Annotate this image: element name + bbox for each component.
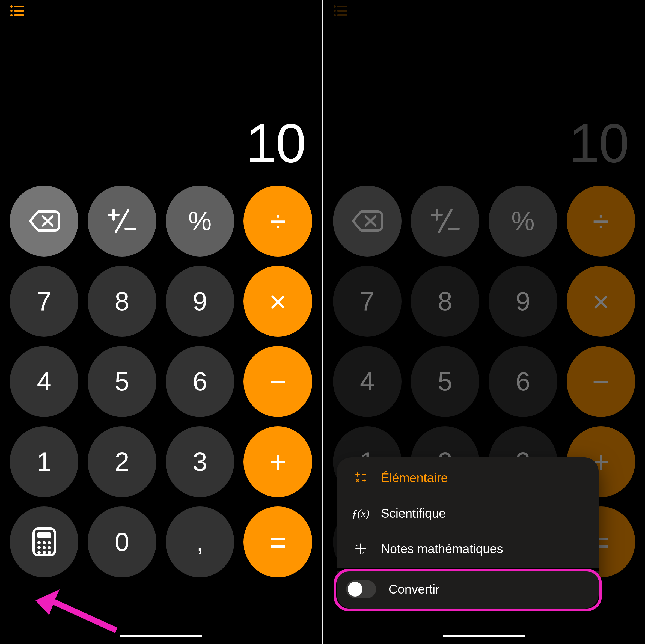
- svg-point-52: [364, 479, 365, 480]
- minus-button[interactable]: −: [243, 346, 312, 417]
- decimal-button[interactable]: ,: [166, 507, 234, 577]
- plus-minus-icon: [107, 206, 137, 236]
- keypad: % ÷ 7 8 9 × 4 5 6 − 1 2 3 +: [0, 186, 322, 588]
- digit-7-button[interactable]: 7: [10, 266, 78, 337]
- digit-6-button[interactable]: 6: [166, 346, 234, 417]
- calculator-icon: [32, 527, 56, 557]
- plus-minus-icon: [430, 206, 460, 236]
- backspace-icon: [351, 209, 384, 233]
- divide-button[interactable]: ÷: [567, 186, 635, 257]
- svg-point-15: [43, 541, 46, 545]
- multiply-button[interactable]: ×: [567, 266, 635, 337]
- percent-button[interactable]: %: [166, 186, 234, 257]
- digit-8-button[interactable]: 8: [411, 266, 479, 337]
- svg-point-2: [10, 10, 13, 12]
- digit-2-button[interactable]: 2: [87, 426, 156, 497]
- svg-point-18: [43, 546, 46, 549]
- plus-minus-button[interactable]: [87, 186, 156, 257]
- menu-item-mathnotes[interactable]: y x Notes mathématiques: [337, 531, 599, 567]
- display-value: 10: [569, 112, 629, 175]
- digit-7-button[interactable]: 7: [333, 266, 402, 337]
- backspace-button[interactable]: [333, 186, 402, 257]
- svg-point-0: [10, 5, 13, 8]
- history-list-icon[interactable]: [333, 5, 348, 17]
- mathnotes-mode-icon: y x: [353, 542, 369, 555]
- digit-5-button[interactable]: 5: [411, 346, 479, 417]
- digit-4-button[interactable]: 4: [10, 346, 78, 417]
- svg-point-14: [37, 541, 41, 545]
- digit-8-button[interactable]: 8: [87, 266, 156, 337]
- svg-point-26: [334, 10, 336, 12]
- scientific-mode-icon: ƒ(x): [353, 507, 369, 520]
- digit-1-button[interactable]: 1: [10, 426, 78, 497]
- svg-point-24: [334, 5, 336, 8]
- svg-point-21: [43, 551, 46, 554]
- menu-item-basic[interactable]: Élémentaire: [337, 460, 599, 496]
- multiply-button[interactable]: ×: [243, 266, 312, 337]
- menu-divider: [337, 568, 599, 571]
- calculator-screen-basic: 10 % ÷ 7 8: [0, 0, 322, 644]
- svg-point-17: [37, 546, 41, 549]
- calculator-screen-mode-menu: 10 % ÷ 7 8 9: [323, 0, 645, 644]
- divide-button[interactable]: ÷: [243, 186, 312, 257]
- digit-5-button[interactable]: 5: [87, 346, 156, 417]
- display-value: 10: [246, 112, 305, 175]
- plus-minus-button[interactable]: [411, 186, 479, 257]
- mode-switch-button[interactable]: [10, 507, 78, 577]
- digit-3-button[interactable]: 3: [166, 426, 234, 497]
- menu-item-convert[interactable]: Convertir: [337, 573, 599, 606]
- svg-point-22: [48, 551, 51, 554]
- digit-9-button[interactable]: 9: [166, 266, 234, 337]
- digit-0-button[interactable]: 0: [87, 507, 156, 577]
- digit-6-button[interactable]: 6: [489, 346, 557, 417]
- backspace-button[interactable]: [10, 186, 78, 257]
- svg-point-54: [364, 481, 365, 482]
- menu-item-label: Convertir: [389, 582, 440, 597]
- digit-9-button[interactable]: 9: [489, 266, 557, 337]
- home-indicator[interactable]: [443, 635, 525, 637]
- basic-mode-icon: [353, 471, 369, 485]
- menu-item-label: Scientifique: [381, 506, 446, 521]
- equals-button[interactable]: =: [243, 507, 312, 577]
- svg-point-16: [48, 541, 51, 545]
- backspace-icon: [28, 209, 61, 233]
- percent-button[interactable]: %: [489, 186, 557, 257]
- digit-4-button[interactable]: 4: [333, 346, 402, 417]
- calculator-display: 10: [323, 22, 645, 186]
- svg-rect-13: [37, 533, 51, 538]
- menu-item-label: Notes mathématiques: [381, 542, 503, 556]
- svg-point-28: [334, 14, 336, 16]
- minus-button[interactable]: −: [567, 346, 635, 417]
- plus-button[interactable]: +: [243, 426, 312, 497]
- home-indicator[interactable]: [120, 635, 202, 637]
- svg-point-4: [10, 14, 13, 16]
- menu-item-scientific[interactable]: ƒ(x) Scientifique: [337, 496, 599, 531]
- history-list-icon[interactable]: [10, 5, 25, 17]
- svg-marker-23: [35, 589, 118, 633]
- mode-menu-popover: Élémentaire ƒ(x) Scientifique y x Notes …: [337, 457, 599, 609]
- svg-text:x: x: [363, 550, 365, 555]
- menu-item-label: Élémentaire: [381, 470, 448, 485]
- calculator-display: 10: [0, 22, 322, 186]
- convert-toggle[interactable]: [346, 580, 376, 598]
- svg-point-19: [48, 546, 51, 549]
- svg-text:y: y: [356, 543, 358, 547]
- svg-point-20: [37, 551, 41, 554]
